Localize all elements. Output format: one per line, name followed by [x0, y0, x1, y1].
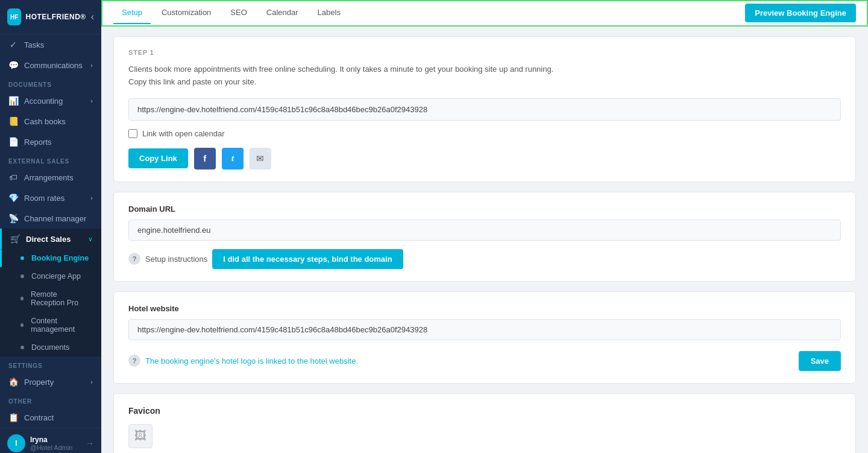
domain-url-input[interactable]	[128, 220, 841, 241]
sidebar-collapse-icon[interactable]: ‹	[91, 11, 94, 22]
sidebar-item-concierge-app[interactable]: Concierge App	[0, 267, 101, 285]
sidebar-item-arrangements[interactable]: 🏷 Arrangements	[0, 167, 101, 188]
sidebar-item-label: Communications	[24, 61, 83, 70]
sidebar-item-contract[interactable]: 📋 Contract	[0, 407, 101, 428]
email-icon: ✉	[256, 153, 264, 164]
external-sales-section-label: EXTERNAL SALES	[0, 152, 101, 167]
sidebar-item-label: Contract	[24, 413, 54, 422]
sidebar-item-label: Arrangements	[24, 173, 74, 182]
hotel-website-input[interactable]	[128, 319, 841, 340]
documents-section-label: DOCUMENTS	[0, 75, 101, 90]
open-calendar-checkbox-row: Link with open calendar	[128, 129, 841, 138]
copy-link-button[interactable]: Copy Link	[128, 148, 188, 168]
sidebar-item-direct-sales[interactable]: 🛒 Direct Sales ∨	[0, 229, 101, 249]
chevron-right-icon: ›	[90, 97, 93, 104]
sidebar-item-label: Reports	[24, 138, 52, 147]
arrangements-icon: 🏷	[8, 173, 18, 182]
dot-icon	[20, 297, 24, 300]
dot-icon	[20, 274, 24, 278]
user-name: Iryna	[30, 436, 81, 444]
chevron-right-icon: ›	[90, 62, 93, 69]
reports-icon: 📄	[8, 137, 18, 147]
dot-icon	[20, 346, 24, 349]
tab-calendar[interactable]: Calendar	[258, 2, 307, 24]
sidebar-item-channel-manager[interactable]: 📡 Channel manager	[0, 208, 101, 229]
facebook-share-button[interactable]: f	[194, 148, 216, 169]
open-calendar-label[interactable]: Link with open calendar	[142, 129, 225, 138]
top-tabs-bar: Setup Customization SEO Calendar Labels …	[101, 0, 868, 27]
sidebar-item-label: Property	[24, 378, 54, 387]
question-icon[interactable]: ?	[128, 253, 140, 265]
favicon-card: Favicon 🖼	[113, 393, 856, 453]
tab-setup[interactable]: Setup	[113, 2, 151, 24]
active-dot	[20, 256, 24, 260]
sidebar-item-accounting[interactable]: 📊 Accounting ›	[0, 90, 101, 111]
hotel-website-label: Hotel website	[128, 304, 841, 313]
hotel-website-card: Hotel website ? The booking engine's hot…	[113, 291, 856, 384]
sidebar-item-remote-reception-pro[interactable]: Remote Reception Pro	[0, 285, 101, 312]
booking-url-display: https://engine-dev.hotelfriend.com/4159c…	[128, 98, 841, 121]
sidebar-item-room-rates[interactable]: 💎 Room rates ›	[0, 188, 101, 208]
tab-labels[interactable]: Labels	[309, 2, 349, 24]
chevron-right-icon: ›	[90, 378, 93, 385]
sidebar-item-communications[interactable]: 💬 Communications ›	[0, 55, 101, 75]
save-button[interactable]: Save	[799, 351, 841, 371]
svg-text:HF: HF	[10, 14, 18, 21]
sidebar-item-documents-sub[interactable]: Documents	[0, 338, 101, 356]
property-icon: 🏠	[8, 377, 18, 387]
favicon-upload-area: 🖼	[128, 424, 841, 448]
settings-section-label: SETTINGS	[0, 356, 101, 372]
content-area: STEP 1 Clients book more appointments wi…	[101, 27, 868, 453]
favicon-preview: 🖼	[128, 424, 153, 448]
twitter-share-button[interactable]: t	[222, 148, 244, 169]
sidebar-logo[interactable]: HF HOTELFRIEND® ‹	[0, 0, 101, 34]
sidebar-item-cash-books[interactable]: 📒 Cash books	[0, 111, 101, 131]
hotel-website-help-row: ? The booking engine's hotel logo is lin…	[128, 351, 841, 371]
other-section-label: OTHER	[0, 392, 101, 407]
sidebar-item-reports[interactable]: 📄 Reports	[0, 131, 101, 152]
communications-icon: 💬	[8, 60, 18, 70]
sidebar-item-tasks[interactable]: ✓ Tasks	[0, 34, 101, 55]
sidebar-item-label: Tasks	[24, 40, 44, 49]
hotelfriend-logo-icon: HF	[7, 8, 21, 25]
domain-url-label: Domain URL	[128, 204, 841, 214]
facebook-icon: f	[203, 153, 206, 163]
accounting-icon: 📊	[8, 96, 18, 106]
domain-help-row: ? Setup instructions I did all the neces…	[128, 249, 841, 269]
user-profile[interactable]: I Iryna @Hotel Admin →	[0, 428, 101, 453]
avatar: I	[7, 434, 25, 452]
step-label: STEP 1	[128, 49, 841, 56]
chevron-right-icon: ›	[90, 194, 93, 201]
sidebar-item-property[interactable]: 🏠 Property ›	[0, 372, 101, 392]
submenu-label: Documents	[31, 343, 69, 352]
sidebar-item-content-management[interactable]: Content management	[0, 312, 101, 338]
submenu-label: Booking Engine	[31, 254, 89, 262]
question-icon[interactable]: ?	[128, 355, 140, 367]
user-role: @Hotel Admin	[30, 444, 81, 451]
room-rates-icon: 💎	[8, 193, 18, 203]
sidebar-item-label: Accounting	[24, 97, 63, 106]
sidebar-item-label: Direct Sales	[26, 235, 71, 244]
tab-customization[interactable]: Customization	[153, 2, 219, 24]
sidebar-item-booking-engine[interactable]: Booking Engine	[0, 249, 101, 267]
email-share-button[interactable]: ✉	[250, 148, 271, 169]
user-info: Iryna @Hotel Admin	[30, 436, 81, 451]
cash-books-icon: 📒	[8, 116, 18, 126]
tabs-list: Setup Customization SEO Calendar Labels	[113, 2, 349, 24]
twitter-icon: t	[231, 154, 234, 163]
hotel-website-help-text: The booking engine's hotel logo is linke…	[145, 356, 794, 366]
main-content: Setup Customization SEO Calendar Labels …	[101, 0, 868, 453]
open-calendar-checkbox[interactable]	[128, 129, 137, 138]
step1-card: STEP 1 Clients book more appointments wi…	[113, 36, 856, 182]
user-arrow-icon: →	[86, 439, 94, 448]
tab-seo[interactable]: SEO	[222, 2, 255, 24]
bind-domain-button[interactable]: I did all the necessary steps, bind the …	[212, 249, 403, 269]
preview-booking-engine-button[interactable]: Preview Booking Engine	[745, 4, 856, 22]
sidebar: HF HOTELFRIEND® ‹ ✓ Tasks 💬 Communicatio…	[0, 0, 101, 453]
direct-sales-icon: 🛒	[10, 234, 20, 244]
sidebar-item-label: Cash books	[24, 117, 66, 126]
active-indicator	[0, 249, 2, 267]
setup-instructions-link[interactable]: Setup instructions	[145, 255, 207, 264]
domain-url-card: Domain URL ? Setup instructions I did al…	[113, 192, 856, 282]
submenu-label: Remote Reception Pro	[31, 290, 93, 307]
